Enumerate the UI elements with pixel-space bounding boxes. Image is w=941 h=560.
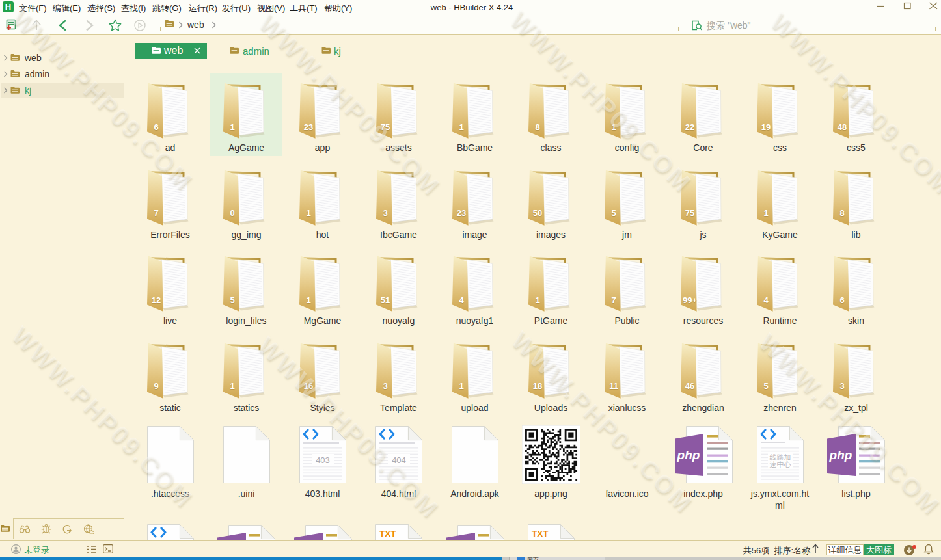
svg-text:php: php: [829, 448, 852, 462]
svg-text:TXT: TXT: [532, 529, 549, 539]
svg-text:速中心: 速中心: [770, 460, 791, 468]
svg-text:TXT: TXT: [379, 529, 396, 539]
svg-text:php: php: [677, 448, 700, 462]
svg-text:403: 403: [316, 455, 330, 465]
svg-text:404: 404: [392, 455, 406, 465]
